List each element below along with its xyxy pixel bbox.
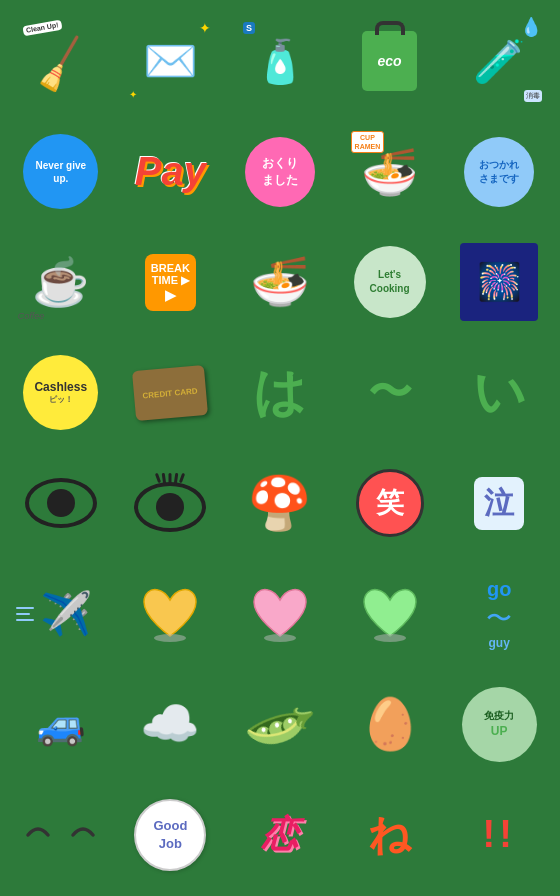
speed-line-1 (16, 607, 34, 609)
cell-sanitizer: 🧪 消毒 💧 (446, 8, 552, 115)
never-give-up-sticker: Never give up. (16, 127, 106, 217)
cell-go-guy: go 〜 guy (446, 561, 552, 668)
koi-text: 恋 (262, 810, 298, 859)
eye-lashes-sticker (125, 458, 215, 548)
cell-envelope: ✉️ ✦ ✦ (118, 8, 224, 115)
immunity-text-1: 免疫力 (484, 709, 514, 723)
eco-bag-sticker: eco (345, 16, 435, 106)
go-text: go (486, 577, 512, 601)
lashes-container (157, 473, 184, 485)
cell-smoke-cloud: ☁️ (118, 671, 224, 778)
cashless-text: Cashless (34, 380, 87, 394)
cell-pay: Pay (118, 119, 224, 226)
warai-text: 笑 (376, 484, 404, 522)
credit-card-visual: CREDIT CARD (132, 365, 208, 421)
cell-ramen-bowl: 🍜 (227, 229, 333, 336)
speed-lines (16, 607, 34, 621)
cell-eco-bag: eco (337, 8, 443, 115)
immunity-text-2: UP (491, 723, 508, 740)
envelope-icon: ✉️ (143, 35, 198, 87)
spray-icon: 🧴 (254, 37, 306, 86)
cell-mushroom: 🍄 (227, 450, 333, 557)
cell-eye-plain (8, 450, 114, 557)
good-job-sticker: Good Job (125, 790, 215, 880)
egg-sticker: 🥚 (345, 679, 435, 769)
cell-immunity-up: 免疫力 UP (446, 671, 552, 778)
cell-exclaim: !! (446, 782, 552, 889)
heart-green-sticker (345, 569, 435, 659)
cell-coffee: ☕ Coffee (8, 229, 114, 336)
heart-green-svg (360, 586, 420, 642)
credit-card-sticker: CREDIT CARD (125, 348, 215, 438)
naki-text: 泣 (474, 477, 524, 530)
eye-plain-visual (23, 476, 98, 531)
wave-text: 〜 (368, 363, 412, 422)
cell-cashless: Cashless ピッ！ (8, 340, 114, 447)
envelope-sticker: ✉️ ✦ ✦ (125, 16, 215, 106)
i-sticker: い (454, 348, 544, 438)
wave-sticker: 〜 (345, 348, 435, 438)
cell-ne: ね (337, 782, 443, 889)
sanitizer-label: 消毒 (524, 90, 542, 102)
cell-koi: 恋 (227, 782, 333, 889)
broom-sticker: Clean Up! 🧹 (16, 16, 106, 106)
cup-ramen-label: CUPRAMEN (351, 131, 385, 153)
warai-bubble: 笑 (356, 469, 424, 537)
lash-4 (174, 473, 179, 485)
eye-plain-sticker (16, 458, 106, 548)
okurimashita-sticker: おくり ました (235, 127, 325, 217)
cool-eyes-sticker (16, 790, 106, 880)
cell-green-car: 🚙 (8, 671, 114, 778)
coffee-sticker: ☕ Coffee (16, 237, 106, 327)
warai-sticker: 笑 (345, 458, 435, 548)
break-time-text: BREAKTIME ▶ (151, 262, 190, 286)
credit-card-text: CREDIT CARD (143, 386, 199, 400)
cell-otsukare: おつかれさまです (446, 119, 552, 226)
eye-outer-ring (25, 478, 97, 528)
pea-pod-sticker: 🫛 (235, 679, 325, 769)
pea-pod-icon: 🫛 (240, 685, 320, 763)
pay-sticker: Pay (125, 127, 215, 217)
broom-icon: 🧹 (28, 33, 95, 97)
cell-heart-pink (227, 561, 333, 668)
cell-pea-pod: 🫛 (227, 671, 333, 778)
ramen-bowl-icon: 🍜 (250, 254, 310, 310)
cashless-sub-text: ピッ！ (49, 394, 73, 405)
exclaim-sticker: !! (454, 790, 544, 880)
exclaim-text: !! (483, 813, 516, 856)
sparkle-icon-2: ✦ (129, 89, 137, 100)
cell-i: い (446, 340, 552, 447)
cell-heart-yellow (118, 561, 224, 668)
lets-cooking-text: Let'sCooking (370, 268, 410, 296)
cell-warai: 笑 (337, 450, 443, 557)
lash-5 (179, 473, 185, 483)
good-job-text-1: Good (153, 817, 187, 835)
otsukare-bubble: おつかれさまです (464, 137, 534, 207)
lash-3 (169, 473, 172, 485)
cell-okurimashita: おくり ました (227, 119, 333, 226)
cell-cup-ramen: 🍜 CUPRAMEN (337, 119, 443, 226)
go-guy-sticker: go 〜 guy (454, 569, 544, 659)
fireworks-icon: 🎆 (460, 243, 538, 321)
speed-line-3 (16, 619, 34, 621)
cell-broom: Clean Up! 🧹 (8, 8, 114, 115)
cup-ramen-sticker: 🍜 CUPRAMEN (345, 127, 435, 217)
guy-text: guy (486, 636, 512, 650)
svg-point-1 (264, 634, 296, 642)
eye-lashes-outer (134, 482, 206, 532)
cell-wave: 〜 (337, 340, 443, 447)
immunity-up-bubble: 免疫力 UP (462, 687, 537, 762)
spray-sticker: 🧴 S (235, 16, 325, 106)
coffee-icon: ☕ (32, 255, 89, 309)
ne-sticker: ね (345, 790, 435, 880)
lets-cooking-sticker: Let'sCooking (345, 237, 435, 327)
mushroom-icon: 🍄 (247, 473, 312, 534)
heart-yellow-svg (140, 586, 200, 642)
pay-text: Pay (135, 149, 206, 194)
mushroom-sticker: 🍄 (235, 458, 325, 548)
cell-egg: 🥚 (337, 671, 443, 778)
cell-never-give-up: Never give up. (8, 119, 114, 226)
break-time-bubble: BREAKTIME ▶ (145, 254, 196, 311)
eye-lashes-pupil (156, 493, 184, 521)
svg-point-2 (374, 634, 406, 642)
